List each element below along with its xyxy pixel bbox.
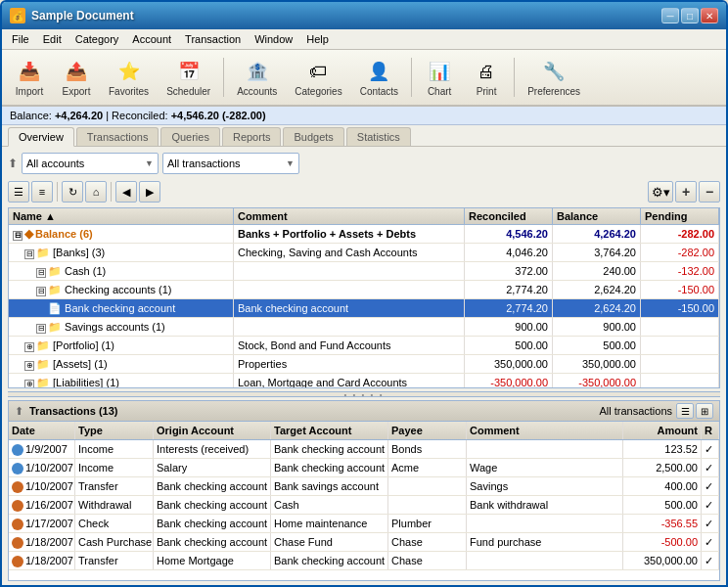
menu-category[interactable]: Category — [69, 31, 125, 47]
app-icon: 💰 — [10, 8, 25, 23]
trans-r: ✓ — [702, 440, 719, 458]
accounts-button[interactable]: 🏦 Accounts — [230, 54, 284, 101]
delete-account-button[interactable]: − — [699, 181, 720, 203]
accounts-label: Accounts — [237, 86, 277, 97]
trans-origin: Interests (received) — [154, 440, 271, 458]
trans-detail-btn[interactable]: ⊞ — [696, 403, 713, 419]
home-button[interactable]: ⌂ — [85, 181, 107, 203]
tab-budgets[interactable]: Budgets — [283, 127, 343, 146]
export-button[interactable]: 📤 Export — [55, 54, 98, 101]
print-button[interactable]: 🖨 Print — [465, 54, 508, 101]
menu-edit[interactable]: Edit — [37, 31, 68, 47]
print-label: Print — [477, 86, 497, 97]
tab-transactions[interactable]: Transactions — [76, 127, 159, 146]
trans-col-target: Target Account — [271, 422, 388, 439]
trans-type: Income — [75, 459, 154, 476]
transactions-section: ⬆ Transactions (13) All transactions ☰ ⊞… — [8, 400, 720, 581]
minimize-button[interactable]: ─ — [661, 8, 679, 23]
maximize-button[interactable]: □ — [681, 8, 699, 23]
contacts-icon: 👤 — [365, 58, 392, 85]
toolbar2-sep-1 — [57, 182, 58, 202]
trans-r: ✓ — [702, 477, 719, 495]
account-filter-select[interactable]: All accounts ▼ — [22, 153, 159, 174]
import-icon: 📥 — [16, 58, 43, 85]
list-view-button[interactable]: ☰ — [8, 181, 29, 203]
trans-date: 1/10/2007 — [9, 477, 75, 495]
row-reconciled: 2,774.20 — [465, 281, 553, 298]
transaction-row[interactable]: 1/9/2007 Income Interests (received) Ban… — [9, 440, 719, 459]
transaction-row[interactable]: 1/18/2007 Transfer Home Mortgage Bank ch… — [9, 552, 719, 570]
settings-button[interactable]: ⚙▾ — [648, 181, 673, 203]
tab-reports[interactable]: Reports — [222, 127, 282, 146]
table-row[interactable]: ⊕📁 [Assets] (1) Properties 350,000.00 35… — [9, 355, 719, 374]
table-row[interactable]: 📄 Bank checking account Bank checking ac… — [9, 299, 719, 318]
favorites-button[interactable]: ⭐ Favorites — [102, 54, 156, 101]
row-balance: 500.00 — [553, 337, 641, 354]
table-row[interactable]: ⊟📁 Savings accounts (1) 900.00 900.00 — [9, 318, 719, 337]
table-row[interactable]: ⊟📁 Cash (1) 372.00 240.00 -132.00 — [9, 262, 719, 281]
table-row[interactable]: ⊟📁 Checking accounts (1) 2,774.20 2,624.… — [9, 281, 719, 299]
menu-help[interactable]: Help — [300, 31, 335, 47]
detail-view-button[interactable]: ≡ — [31, 181, 53, 203]
menu-file[interactable]: File — [6, 31, 35, 47]
import-button[interactable]: 📥 Import — [8, 54, 51, 101]
categories-button[interactable]: 🏷 Categories — [288, 54, 348, 101]
menu-account[interactable]: Account — [126, 31, 177, 47]
trans-col-r: R — [702, 422, 719, 439]
print-icon: 🖨 — [473, 58, 500, 85]
tab-queries[interactable]: Queries — [160, 127, 220, 146]
trans-type: Transfer — [75, 477, 154, 495]
col-pending: Pending — [641, 208, 719, 224]
trans-payee: Chase — [388, 552, 467, 569]
accounts-table-header: Name ▲ Comment Reconciled Balance Pendin… — [9, 208, 719, 225]
transaction-row[interactable]: 1/16/2007 Withdrawal Bank checking accou… — [9, 496, 719, 515]
col-reconciled: Reconciled — [465, 208, 553, 224]
tabs-bar: Overview Transactions Queries Reports Bu… — [2, 125, 726, 147]
back-button[interactable]: ◀ — [115, 181, 137, 203]
chart-button[interactable]: 📊 Chart — [418, 54, 461, 101]
filter-icon: ⬆ — [8, 157, 18, 170]
row-pending: -150.00 — [641, 299, 719, 317]
preferences-button[interactable]: 🔧 Preferences — [521, 54, 587, 101]
add-account-button[interactable]: + — [675, 181, 697, 203]
transaction-row[interactable]: 1/17/2007 Check Bank checking account Ho… — [9, 515, 719, 533]
transaction-row[interactable]: 1/10/2007 Transfer Bank checking account… — [9, 477, 719, 496]
trans-comment: Bank withdrawal — [467, 496, 623, 514]
menu-window[interactable]: Window — [249, 31, 298, 47]
table-row[interactable]: ⊕📁 [Liabilities] (1) Loan, Mortgage and … — [9, 374, 719, 387]
contacts-button[interactable]: 👤 Contacts — [353, 54, 405, 101]
trans-amount: -500.00 — [623, 533, 702, 551]
row-reconciled: -350,000.00 — [465, 374, 553, 387]
transaction-row[interactable]: 1/10/2007 Income Salary Bank checking ac… — [9, 459, 719, 477]
trans-comment — [467, 552, 623, 569]
table-row[interactable]: ⊟📁 [Banks] (3) Checking, Saving and Cash… — [9, 244, 719, 262]
transaction-row[interactable]: 1/18/2007 Cash Purchase Bank checking ac… — [9, 533, 719, 552]
table-row[interactable]: ⊟◆Balance (6) Banks + Portfolio + Assets… — [9, 225, 719, 244]
refresh-button[interactable]: ↻ — [62, 181, 83, 203]
row-comment — [234, 281, 465, 298]
trans-type: Transfer — [75, 552, 154, 569]
row-balance: 900.00 — [553, 318, 641, 336]
toolbar-separator-2 — [411, 58, 412, 97]
menu-transaction[interactable]: Transaction — [179, 31, 247, 47]
trans-r: ✓ — [702, 552, 719, 569]
resize-divider[interactable]: • • • • • — [8, 391, 720, 397]
close-button[interactable]: ✕ — [701, 8, 718, 23]
trans-expand-icon: ⬆ — [15, 405, 23, 418]
window-title: Sample Document — [31, 9, 134, 23]
trans-list-btn[interactable]: ☰ — [676, 403, 694, 419]
table-row[interactable]: ⊕📁 [Portfolio] (1) Stock, Bond and Fund … — [9, 337, 719, 355]
row-balance: 2,624.20 — [553, 281, 641, 298]
transaction-filter-select[interactable]: All transactions ▼ — [162, 153, 299, 174]
forward-button[interactable]: ▶ — [139, 181, 160, 203]
tab-overview[interactable]: Overview — [8, 127, 74, 147]
row-pending: -150.00 — [641, 281, 719, 298]
trans-filter-label: All transactions — [599, 405, 672, 417]
scheduler-button[interactable]: 📅 Scheduler — [159, 54, 217, 101]
trans-date: 1/10/2007 — [9, 459, 75, 476]
trans-payee: Chase — [388, 533, 467, 551]
tab-statistics[interactable]: Statistics — [346, 127, 411, 146]
trans-col-amount: Amount — [623, 422, 702, 439]
row-balance: 4,264.20 — [553, 225, 641, 243]
row-pending: -132.00 — [641, 262, 719, 280]
